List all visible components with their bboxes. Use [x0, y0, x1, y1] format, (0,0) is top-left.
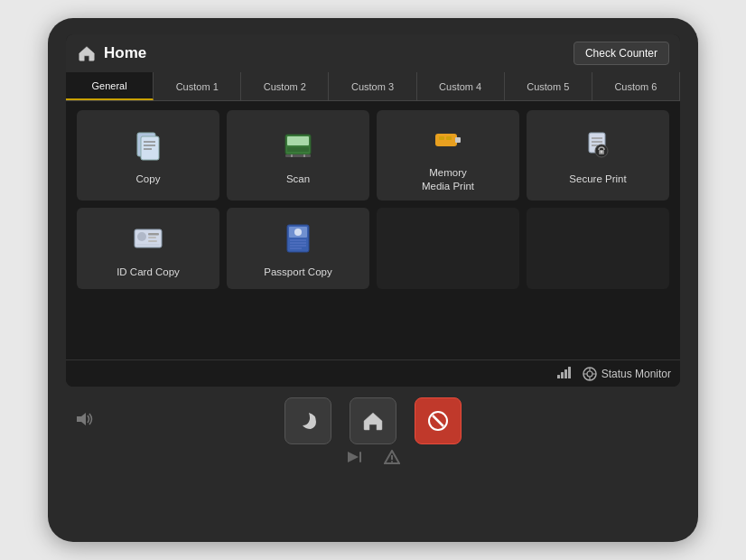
tabs-bar: General Custom 1 Custom 2 Custom 3 Custo…	[66, 72, 680, 101]
copy-label: Copy	[136, 173, 161, 186]
svg-rect-13	[439, 136, 444, 140]
svg-rect-11	[435, 134, 457, 146]
svg-rect-49	[359, 452, 361, 462]
status-monitor-icon	[583, 367, 597, 381]
passport-icon	[278, 219, 318, 258]
main-content: Copy Scan	[66, 101, 680, 359]
status-monitor-label: Status Monitor	[601, 368, 671, 380]
secure-print-label: Secure Print	[569, 173, 626, 186]
passport-tile[interactable]: Passport Copy	[227, 208, 369, 289]
home-section: Home	[77, 43, 146, 63]
svg-rect-25	[148, 237, 156, 238]
svg-rect-26	[148, 240, 157, 242]
id-card-icon	[128, 219, 168, 258]
home-button[interactable]	[350, 397, 396, 444]
tab-custom4[interactable]: Custom 4	[417, 72, 505, 100]
tab-custom2[interactable]: Custom 2	[241, 72, 329, 100]
status-monitor-button[interactable]: Status Monitor	[583, 367, 671, 381]
idcard-tile[interactable]: ID Card Copy	[77, 208, 219, 289]
svg-rect-37	[564, 369, 567, 378]
scan-icon	[278, 126, 318, 165]
screen: Home Check Counter General Custom 1 Cust…	[66, 34, 680, 387]
screen-header: Home Check Counter	[66, 34, 680, 72]
memory-media-icon	[428, 119, 468, 159]
tab-general[interactable]: General	[66, 72, 154, 100]
memory-tile[interactable]: MemoryMedia Print	[377, 110, 519, 201]
svg-rect-6	[287, 136, 309, 145]
svg-marker-45	[77, 413, 86, 425]
empty-tile-3	[377, 208, 519, 289]
tab-custom3[interactable]: Custom 3	[329, 72, 416, 100]
controls-center	[284, 397, 462, 444]
tab-custom6[interactable]: Custom 6	[592, 72, 680, 100]
memory-label: MemoryMedia Print	[422, 166, 474, 193]
tab-custom5[interactable]: Custom 5	[505, 72, 592, 100]
controls-area	[66, 397, 680, 444]
small-icons-row	[346, 450, 400, 468]
secure-print-icon	[578, 126, 618, 165]
svg-rect-36	[561, 372, 564, 378]
idcard-label: ID Card Copy	[117, 266, 180, 279]
forward-icon	[346, 450, 362, 468]
svg-rect-14	[446, 136, 452, 140]
scan-label: Scan	[286, 173, 310, 186]
svg-rect-38	[568, 367, 571, 378]
app-grid: Copy Scan	[77, 110, 669, 289]
status-bar: Status Monitor	[66, 359, 680, 387]
warning-icon	[384, 450, 400, 468]
home-icon	[77, 43, 97, 63]
tab-custom1[interactable]: Custom 1	[154, 72, 241, 100]
svg-rect-7	[287, 147, 309, 152]
sleep-button[interactable]	[284, 397, 331, 444]
svg-point-52	[391, 461, 393, 462]
svg-marker-48	[348, 452, 359, 462]
svg-rect-35	[557, 375, 560, 378]
device: Home Check Counter General Custom 1 Cust…	[48, 18, 698, 542]
scan-tile[interactable]: Scan	[227, 110, 369, 201]
copy-icon	[128, 126, 168, 165]
home-title: Home	[104, 44, 146, 62]
check-counter-button[interactable]: Check Counter	[573, 42, 669, 65]
svg-rect-1	[141, 136, 159, 160]
speaker-icon	[75, 411, 95, 431]
svg-point-21	[601, 151, 603, 154]
svg-rect-24	[148, 233, 159, 236]
copy-tile[interactable]: Copy	[77, 110, 219, 201]
svg-point-23	[137, 232, 146, 241]
svg-point-30	[294, 229, 302, 236]
secure-print-tile[interactable]: Secure Print	[527, 110, 669, 201]
svg-rect-27	[136, 244, 160, 246]
svg-point-40	[587, 371, 592, 377]
empty-tile-4	[527, 208, 669, 289]
network-icon	[557, 366, 573, 381]
svg-rect-8	[285, 154, 311, 157]
passport-label: Passport Copy	[264, 266, 331, 279]
stop-button[interactable]	[415, 397, 462, 444]
svg-line-47	[433, 415, 443, 426]
svg-rect-12	[455, 137, 461, 143]
